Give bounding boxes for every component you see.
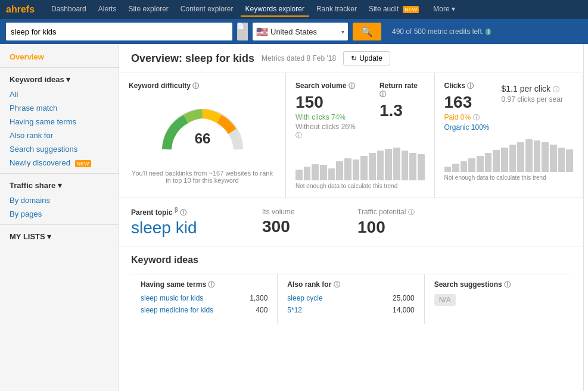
sv-with-clicks: With clicks 74% (295, 113, 362, 121)
sidebar-item-newly-discovered[interactable]: Newly discovered NEW (0, 156, 119, 170)
gauge-svg: 66 (155, 99, 250, 158)
page-title: Overview: sleep for kids (131, 52, 254, 65)
logo: ahrefs (6, 4, 35, 15)
sv-without-clicks: Without clicks 26% ⓘ (295, 123, 362, 140)
nav-alerts[interactable]: Alerts (94, 2, 122, 17)
keyword-link[interactable]: sleep medicine for kids (141, 306, 213, 314)
kd-label: Keyword difficulty ⓘ (129, 82, 276, 90)
sv-value: 150 (295, 93, 362, 112)
sidebar-divider2 (0, 173, 119, 174)
nav-keywords-explorer[interactable]: Keywords explorer (241, 2, 309, 17)
sidebar-item-having-same-terms[interactable]: Having same terms (0, 115, 119, 129)
info-icon[interactable]: ⓘ (295, 132, 302, 139)
having-same-terms-column: Having same terms ⓘ sleep music for kids… (131, 274, 278, 324)
nav-links: Dashboard Alerts Site explorer Content e… (46, 2, 460, 17)
sidebar-item-by-pages[interactable]: By pages (0, 207, 119, 221)
per-click: $1.1 per click ⓘ (502, 84, 563, 94)
beta-badge: β (175, 207, 178, 213)
top-navigation: ahrefs Dashboard Alerts Site explorer Co… (0, 0, 588, 19)
paid-pct: Paid 0% ⓘ (444, 113, 490, 122)
sv-chart (295, 145, 425, 180)
search-button[interactable]: 🔍 (353, 23, 381, 40)
nav-site-audit[interactable]: Site audit NEW (364, 2, 424, 17)
sidebar-overview[interactable]: Overview (0, 50, 119, 64)
search-volume-card: Search volume ⓘ 150 With clicks 74% With… (286, 73, 435, 198)
sidebar-item-all[interactable]: All (0, 87, 119, 101)
parent-topic-label: Parent topic β ⓘ (131, 207, 262, 217)
nav-site-explorer[interactable]: Site explorer (123, 2, 173, 17)
nav-content-explorer[interactable]: Content explorer (176, 2, 238, 17)
parent-topic-value[interactable]: sleep kid (131, 218, 262, 237)
na-badge: N/A (434, 294, 456, 306)
credits-info: 490 of 500 metric credits left. i (392, 27, 491, 36)
traffic-potential-value: 100 (357, 218, 571, 237)
keyword-difficulty-card: Keyword difficulty ⓘ (119, 73, 286, 198)
page-header: Overview: sleep for kids Metrics dated 8… (119, 44, 583, 73)
rr-info-icon[interactable]: ⓘ (379, 90, 386, 98)
its-volume: Its volume 300 (262, 208, 357, 236)
sidebar-keyword-ideas: Keyword ideas ▾ (0, 71, 119, 87)
sidebar-item-phrase-match[interactable]: Phrase match (0, 101, 119, 115)
sidebar-traffic-share: Traffic share ▾ (0, 177, 119, 193)
sidebar-item-by-domains[interactable]: By domains (0, 193, 119, 207)
list-item: sleep cycle 25,000 (287, 294, 414, 302)
clicks-label: Clicks ⓘ (444, 82, 490, 90)
info-icon[interactable]: ⓘ (553, 86, 559, 93)
new-badge: NEW (75, 160, 91, 167)
also-rank-for-column: Also rank for ⓘ sleep cycle 25,000 5*12 … (278, 274, 424, 324)
info-icon[interactable]: ⓘ (504, 281, 511, 288)
clicks-value: 163 (444, 93, 490, 112)
gauge-note: You'll need backlinks from ~167 websites… (129, 170, 276, 184)
info-icon[interactable]: ⓘ (208, 281, 214, 288)
info-icon[interactable]: ⓘ (473, 114, 480, 121)
sidebar: Overview Keyword ideas ▾ All Phrase matc… (0, 44, 119, 391)
gauge-chart: 66 (129, 93, 276, 166)
country-selector[interactable]: 🇺🇸 United States ▾ (253, 23, 348, 40)
keyword-link[interactable]: sleep music for kids (141, 294, 203, 302)
having-same-terms-header: Having same terms ⓘ (141, 280, 267, 289)
keyword-link[interactable]: 5*12 (287, 306, 302, 314)
list-item: 5*12 14,000 (287, 306, 414, 314)
sv-info-icon[interactable]: ⓘ (349, 82, 355, 89)
main-layout: Overview Keyword ideas ▾ All Phrase matc… (0, 44, 588, 391)
clicks-info-icon[interactable]: ⓘ (467, 82, 474, 89)
sv-chart-note: Not enough data to calculate this trend (295, 183, 425, 189)
its-volume-value: 300 (262, 217, 357, 236)
sidebar-item-search-suggestions[interactable]: Search suggestions (0, 142, 119, 156)
info-icon: i (486, 29, 490, 35)
right-panel-indicator (583, 44, 588, 391)
sidebar-my-lists[interactable]: MY LISTS ▾ (0, 229, 119, 245)
keyword-volume: 14,000 (393, 306, 415, 314)
nav-dashboard[interactable]: Dashboard (46, 2, 91, 17)
sidebar-item-also-rank-for[interactable]: Also rank for (0, 129, 119, 142)
clicks-chart-note: Not enough data to calculate this trend (444, 174, 574, 181)
logo-text: ah (6, 4, 17, 14)
traffic-potential-label: Traffic potential ⓘ (357, 208, 571, 217)
clicks-card: Clicks ⓘ 163 Paid 0% ⓘ Organic 100% $1.1… (435, 73, 584, 198)
keyword-link[interactable]: sleep cycle (287, 294, 322, 302)
list-item: sleep medicine for kids 400 (141, 306, 267, 314)
info-icon[interactable]: ⓘ (192, 82, 199, 89)
traffic-potential: Traffic potential ⓘ 100 (357, 208, 571, 237)
metrics-grid: Keyword difficulty ⓘ (119, 73, 583, 198)
search-input[interactable] (6, 23, 232, 40)
tp-info-icon[interactable]: ⓘ (408, 208, 415, 215)
parent-topic-info: Parent topic β ⓘ sleep kid (131, 207, 262, 237)
update-button[interactable]: ↻ Update (343, 51, 390, 65)
content-area: Overview: sleep for kids Metrics dated 8… (119, 44, 583, 391)
list-item: sleep music for kids 1,300 (141, 294, 267, 302)
nav-more[interactable]: More ▾ (428, 2, 460, 17)
info-icon[interactable]: ⓘ (334, 281, 340, 288)
clicks-per-search: 0.97 clicks per sear (502, 95, 563, 104)
parent-topic-info-icon[interactable]: ⓘ (180, 209, 186, 216)
nav-rank-tracker[interactable]: Rank tracker (312, 2, 362, 17)
clicks-chart (444, 136, 574, 172)
sidebar-divider (0, 67, 119, 68)
metrics-date: Metrics dated 8 Feb '18 (262, 54, 336, 62)
also-rank-for-header: Also rank for ⓘ (287, 280, 414, 289)
file-icon[interactable]: 📄 (237, 23, 248, 40)
svg-text:66: 66 (194, 130, 210, 146)
search-suggestions-column: Search suggestions ⓘ N/A (425, 274, 571, 324)
keyword-volume: 25,000 (393, 294, 415, 302)
new-badge: NEW (403, 6, 419, 13)
